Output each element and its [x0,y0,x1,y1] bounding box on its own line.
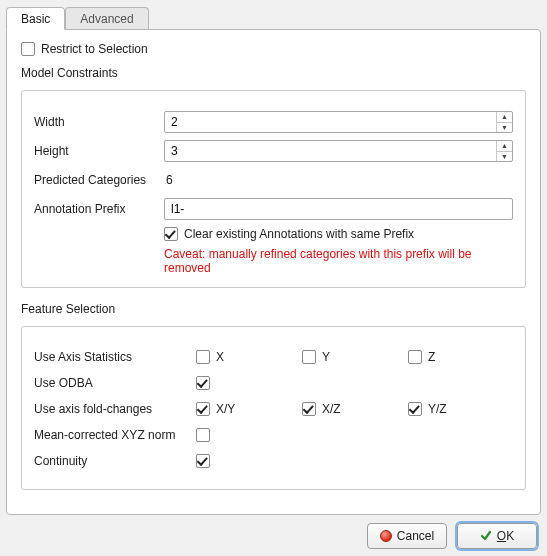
fold-xz-label: X/Z [322,402,341,416]
axis-x-label: X [216,350,224,364]
cancel-icon [380,530,392,542]
axis-y-checkbox[interactable] [302,350,316,364]
meancorr-label: Mean-corrected XYZ norm [34,428,196,442]
clear-annotations-checkbox[interactable] [164,227,178,241]
restrict-to-selection-label: Restrict to Selection [41,42,148,56]
model-constraints-legend: Model Constraints [21,66,526,80]
fold-xy-checkbox[interactable] [196,402,210,416]
height-step-up[interactable]: ▲ [497,141,512,152]
fold-xy-label: X/Y [216,402,235,416]
width-step-up[interactable]: ▲ [497,112,512,123]
axis-x-checkbox[interactable] [196,350,210,364]
annotation-prefix-input[interactable] [164,198,513,220]
meancorr-checkbox[interactable] [196,428,210,442]
axis-z-checkbox[interactable] [408,350,422,364]
caveat-text: Caveat: manually refined categories with… [164,247,513,275]
fold-yz-checkbox[interactable] [408,402,422,416]
width-input[interactable] [165,112,496,132]
fold-xz-checkbox[interactable] [302,402,316,416]
odba-label: Use ODBA [34,376,196,390]
button-bar: Cancel OK [0,515,547,556]
tab-advanced[interactable]: Advanced [65,7,148,30]
ok-button-label: OK [497,529,514,543]
annotation-prefix-label: Annotation Prefix [34,202,164,216]
restrict-to-selection-checkbox[interactable] [21,42,35,56]
fold-yz-label: Y/Z [428,402,447,416]
height-step-down[interactable]: ▼ [497,152,512,162]
axis-z-label: Z [428,350,435,364]
tab-panel-basic: Restrict to Selection Model Constraints … [6,29,541,515]
height-spinner[interactable]: ▲ ▼ [164,140,513,162]
ok-icon [480,530,492,542]
continuity-checkbox[interactable] [196,454,210,468]
clear-annotations-label: Clear existing Annotations with same Pre… [184,227,414,241]
height-label: Height [34,144,164,158]
feature-selection-legend: Feature Selection [21,302,526,316]
cancel-button-label: Cancel [397,529,434,543]
cancel-button[interactable]: Cancel [367,523,447,549]
axis-y-label: Y [322,350,330,364]
odba-checkbox[interactable] [196,376,210,390]
continuity-label: Continuity [34,454,196,468]
axis-stats-label: Use Axis Statistics [34,350,196,364]
height-input[interactable] [165,141,496,161]
dialog-root: Basic Advanced Restrict to Selection Mod… [0,0,547,556]
width-label: Width [34,115,164,129]
predicted-categories-label: Predicted Categories [34,173,164,187]
feature-selection-group: Use Axis Statistics X Y Z Use ODBA [21,326,526,490]
predicted-categories-value: 6 [164,173,173,187]
width-step-down[interactable]: ▼ [497,123,512,133]
tab-basic[interactable]: Basic [6,7,65,30]
tab-bar: Basic Advanced [6,6,547,29]
model-constraints-group: Width ▲ ▼ Height ▲ ▼ [21,90,526,288]
fold-changes-label: Use axis fold-changes [34,402,196,416]
ok-button[interactable]: OK [457,523,537,549]
width-spinner[interactable]: ▲ ▼ [164,111,513,133]
